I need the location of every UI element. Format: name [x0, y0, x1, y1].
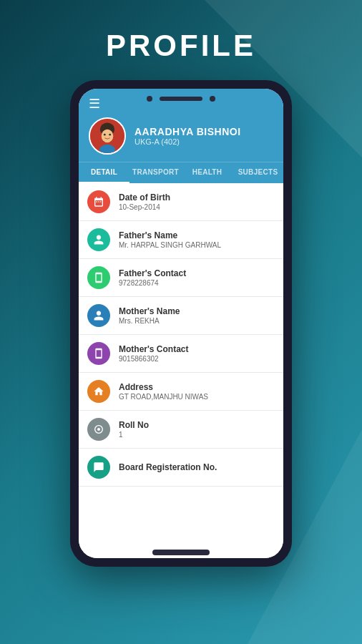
detail-item: Board Registeration No. — [79, 449, 283, 487]
avatar — [89, 117, 126, 155]
tab-detail[interactable]: DETAIL — [79, 162, 129, 183]
item-value: 9015866302 — [119, 355, 189, 363]
item-label: Father's Contact — [119, 268, 186, 278]
svg-point-3 — [104, 134, 106, 136]
detail-icon-address — [87, 380, 110, 403]
detail-item: Mother's Contact9015866302 — [79, 335, 283, 373]
detail-item: Date of Birth10-Sep-2014 — [79, 183, 283, 221]
phone-top-bar — [147, 96, 215, 102]
detail-item: Father's NameMr. HARPAL SINGH GARHWAL — [79, 221, 283, 259]
detail-icon-father's-name — [87, 228, 110, 251]
detail-icon-father's-contact — [87, 266, 110, 289]
student-class: UKG-A (402) — [134, 137, 241, 146]
item-label: Date of Birth — [119, 192, 170, 203]
speaker-bar — [160, 97, 202, 101]
item-value: GT ROAD,MANJHU NIWAS — [119, 393, 208, 401]
item-value: 10-Sep-2014 — [119, 203, 170, 211]
item-value: 1 — [119, 431, 149, 439]
student-meta: AARADHYA BISHNOI UKG-A (402) — [134, 126, 241, 146]
item-value: Mr. HARPAL SINGH GARHWAL — [119, 241, 221, 249]
svg-point-2 — [102, 130, 114, 142]
tab-health[interactable]: HEALTH — [182, 162, 233, 183]
student-name: AARADHYA BISHNOI — [134, 126, 241, 137]
detail-list: Date of Birth10-Sep-2014Father's NameMr.… — [79, 183, 283, 558]
item-value: 9728228674 — [119, 279, 186, 287]
detail-item: AddressGT ROAD,MANJHU NIWAS — [79, 373, 283, 411]
tab-subjects[interactable]: SUBJECTS — [233, 162, 283, 183]
detail-icon-date-of-birth — [87, 190, 110, 213]
detail-item: Mother's NameMrs. REKHA — [79, 297, 283, 335]
tabs-bar: DETAIL TRANSPORT HEALTH SUBJECTS — [79, 162, 283, 183]
item-value: Mrs. REKHA — [119, 317, 180, 325]
tab-transport[interactable]: TRANSPORT — [129, 162, 182, 183]
svg-point-7 — [97, 428, 100, 431]
item-label: Board Registeration No. — [119, 462, 217, 472]
phone-frame: ☰ — [70, 80, 292, 567]
item-label: Roll No — [119, 420, 149, 430]
detail-icon-roll-no — [87, 418, 110, 441]
detail-item: Roll No1 — [79, 411, 283, 449]
detail-icon-board-registeration-no. — [87, 456, 110, 479]
phone-screen: ☰ — [79, 89, 283, 558]
item-label: Mother's Name — [119, 306, 180, 316]
detail-icon-mother's-name — [87, 304, 110, 327]
item-label: Mother's Contact — [119, 344, 189, 354]
item-label: Address — [119, 382, 208, 392]
detail-item: Father's Contact9728228674 — [79, 259, 283, 297]
svg-point-4 — [109, 134, 111, 136]
camera-dot — [147, 96, 152, 102]
app-screen: ☰ — [79, 89, 283, 558]
camera-dot-right — [210, 96, 215, 102]
detail-icon-mother's-contact — [87, 342, 110, 365]
profile-info: AARADHYA BISHNOI UKG-A (402) — [89, 117, 273, 155]
phone-bottom-bar — [152, 550, 210, 555]
item-label: Father's Name — [119, 230, 221, 240]
page-title: PROFILE — [106, 29, 256, 63]
